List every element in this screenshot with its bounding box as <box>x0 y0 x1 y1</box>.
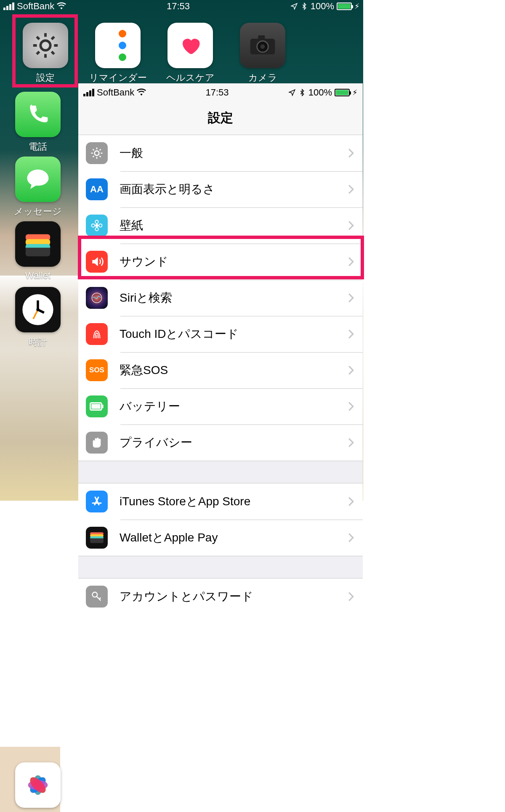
wallet-icon <box>23 231 53 257</box>
svg-rect-30 <box>102 405 104 409</box>
fingerprint-icon <box>90 328 103 340</box>
svg-point-27 <box>92 293 101 303</box>
settings-screen: SoftBank 17:53 100% ⚡︎ 設定 一般 AA 画面表示と明るさ… <box>78 83 363 812</box>
wifi-icon <box>137 88 146 97</box>
row-label: Siriと検索 <box>120 290 348 306</box>
clock-icon <box>19 291 56 328</box>
chevron-right-icon <box>348 292 354 303</box>
carrier-label: SoftBank <box>97 87 134 98</box>
app-label: Wallet <box>4 270 72 281</box>
signal-icon <box>83 89 94 96</box>
charging-icon: ⚡︎ <box>352 88 358 97</box>
row-label: Touch IDとパスコード <box>120 326 348 342</box>
app-reminders[interactable]: リマインダー <box>84 23 152 84</box>
chevron-right-icon <box>348 532 354 543</box>
photos-icon <box>23 770 53 800</box>
row-sos[interactable]: SOS 緊急SOS <box>78 352 363 388</box>
row-label: 画面表示と明るさ <box>120 181 348 197</box>
app-label: カメラ <box>229 72 296 84</box>
siri-icon <box>91 292 103 304</box>
settings-status-bar: SoftBank 17:53 100% ⚡︎ <box>78 84 363 101</box>
app-clock[interactable]: 時計 <box>4 287 72 348</box>
row-display[interactable]: AA 画面表示と明るさ <box>78 171 363 207</box>
chevron-right-icon <box>348 220 354 231</box>
svg-point-23 <box>95 220 98 224</box>
app-camera[interactable]: カメラ <box>229 23 296 84</box>
battery-icon <box>90 402 104 411</box>
section-divider <box>78 461 363 483</box>
chevron-right-icon <box>348 401 354 412</box>
carrier-label: SoftBank <box>17 1 54 12</box>
chevron-right-icon <box>348 329 354 340</box>
row-label: アカウントとパスワード <box>120 589 348 605</box>
heart-icon <box>179 34 202 57</box>
row-siri[interactable]: Siriと検索 <box>78 280 363 316</box>
row-label: プライバシー <box>120 435 348 451</box>
battery-pct: 100% <box>311 1 334 12</box>
app-health[interactable]: ヘルスケア <box>157 23 224 84</box>
svg-point-26 <box>99 224 102 227</box>
chevron-right-icon <box>348 365 354 376</box>
reminders-icon <box>95 23 141 68</box>
row-label: iTunes StoreとApp Store <box>120 494 348 509</box>
row-battery[interactable]: バッテリー <box>78 388 363 425</box>
svg-point-24 <box>95 228 98 231</box>
signal-icon <box>3 3 14 10</box>
location-icon <box>288 89 296 96</box>
svg-rect-4 <box>258 35 265 40</box>
row-accounts[interactable]: アカウントとパスワード <box>78 578 363 615</box>
app-photos[interactable] <box>4 762 72 808</box>
row-label: バッテリー <box>120 398 348 414</box>
battery-icon <box>337 3 352 10</box>
battery-pct: 100% <box>308 87 332 98</box>
row-label: 緊急SOS <box>120 362 348 378</box>
chevron-right-icon <box>348 437 354 448</box>
appstore-icon <box>90 495 103 508</box>
svg-point-21 <box>95 151 99 156</box>
row-walletpay[interactable]: WalletとApple Pay <box>78 520 363 556</box>
location-icon <box>290 3 298 10</box>
hand-icon <box>91 437 103 448</box>
settings-title: 設定 <box>78 101 363 135</box>
chevron-right-icon <box>348 148 354 159</box>
bluetooth-icon <box>298 89 306 96</box>
svg-point-3 <box>260 44 265 49</box>
row-general[interactable]: 一般 <box>78 135 363 171</box>
highlight-sound-row <box>78 236 364 279</box>
row-label: 一般 <box>120 145 348 161</box>
wallet-icon <box>89 531 105 544</box>
section-divider <box>78 556 363 578</box>
gear-icon <box>90 146 104 160</box>
flower-icon <box>90 219 103 232</box>
app-label: リマインダー <box>84 72 152 84</box>
clock-label: 17:53 <box>167 1 190 12</box>
app-phone[interactable]: 電話 <box>4 92 72 153</box>
chevron-right-icon <box>348 591 354 602</box>
svg-point-25 <box>92 224 95 227</box>
chevron-right-icon <box>348 496 354 507</box>
bluetooth-icon <box>300 3 308 10</box>
row-touchid[interactable]: Touch IDとパスコード <box>78 316 363 352</box>
battery-icon <box>335 89 350 96</box>
key-icon <box>91 591 103 602</box>
app-label: メッセージ <box>4 205 72 218</box>
highlight-settings-app <box>12 14 78 88</box>
app-wallet[interactable]: Wallet <box>4 221 72 281</box>
row-privacy[interactable]: プライバシー <box>78 425 363 461</box>
phone-icon <box>26 103 50 126</box>
svg-point-22 <box>95 224 98 227</box>
row-itunes[interactable]: iTunes StoreとApp Store <box>78 483 363 520</box>
sos-icon: SOS <box>89 366 104 374</box>
svg-rect-29 <box>91 404 100 409</box>
home-status-bar: SoftBank 17:53 100% ⚡︎ <box>0 0 363 13</box>
app-messages[interactable]: メッセージ <box>4 157 72 218</box>
chevron-right-icon <box>348 184 354 195</box>
charging-icon: ⚡︎ <box>354 2 360 11</box>
row-label: WalletとApple Pay <box>120 530 348 546</box>
app-label: 時計 <box>4 336 72 348</box>
svg-point-12 <box>36 308 39 311</box>
clock-label: 17:53 <box>205 87 229 98</box>
row-label: 壁紙 <box>120 218 348 234</box>
app-label: ヘルスケア <box>157 72 224 84</box>
display-icon: AA <box>90 184 104 195</box>
